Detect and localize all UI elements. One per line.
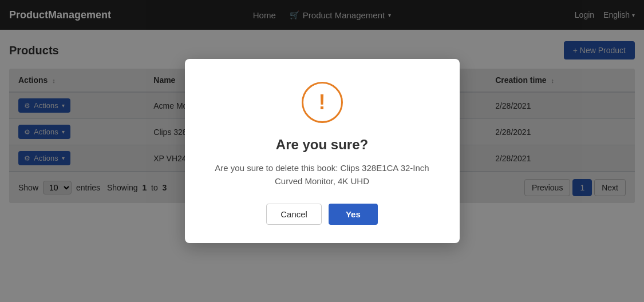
- yes-button[interactable]: Yes: [329, 204, 378, 214]
- modal-overlay: ! Are you sure? Are you sure to delete t…: [0, 0, 644, 214]
- cancel-button[interactable]: Cancel: [266, 204, 322, 214]
- modal-body: Are you sure to delete this book: Clips …: [203, 162, 441, 188]
- modal-actions: Cancel Yes: [203, 204, 441, 214]
- modal-title: Are you sure?: [203, 137, 441, 153]
- confirm-dialog: ! Are you sure? Are you sure to delete t…: [185, 59, 460, 214]
- warning-icon: !: [302, 82, 343, 123]
